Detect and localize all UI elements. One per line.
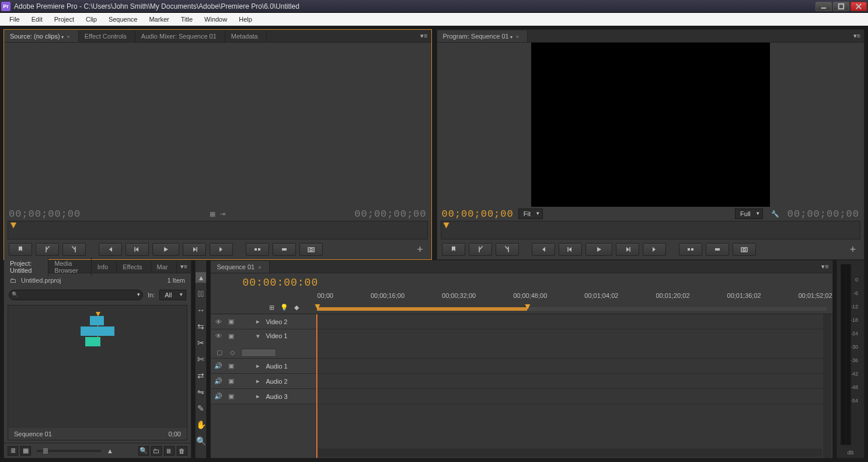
- source-tab-2[interactable]: Audio Mixer: Sequence 01: [135, 30, 225, 42]
- quality-select[interactable]: Full: [735, 209, 763, 219]
- project-tab-1[interactable]: Media Browser: [48, 258, 91, 276]
- selection-tool[interactable]: ▴: [196, 272, 206, 283]
- wrench-icon[interactable]: 🔧: [768, 210, 783, 218]
- extract-button[interactable]: [706, 243, 729, 256]
- toggle-icon[interactable]: 🔊: [214, 392, 222, 400]
- expand-icon[interactable]: ▸: [256, 377, 260, 385]
- source-tab-0[interactable]: Source: (no clips)▾×: [4, 30, 79, 42]
- go-out-button[interactable]: [643, 243, 666, 256]
- hand-tool[interactable]: ✋: [196, 419, 206, 430]
- menu-help[interactable]: Help: [233, 14, 258, 25]
- track-head-audio-1[interactable]: 🔊▣▸Audio 1: [211, 359, 316, 374]
- track-label[interactable]: Video 2: [266, 318, 287, 325]
- find-button[interactable]: 🔍: [138, 446, 149, 456]
- sort-icon[interactable]: ▲: [107, 447, 113, 454]
- new-bin-button[interactable]: 🗀: [151, 446, 162, 456]
- insert-button[interactable]: [246, 243, 269, 256]
- program-scrubber[interactable]: [441, 221, 861, 239]
- work-area-bar[interactable]: [317, 307, 826, 311]
- track-head-video-1[interactable]: 👁▣▾Video 1▢◇: [211, 329, 316, 359]
- close-icon[interactable]: ×: [516, 34, 519, 40]
- mark-out-button[interactable]: [496, 243, 519, 256]
- pen-tool[interactable]: ✎: [196, 403, 206, 414]
- in-select[interactable]: All: [159, 290, 186, 300]
- panel-menu-icon[interactable]: ▾≡: [417, 32, 431, 40]
- program-tab[interactable]: Program: Sequence 01▾×: [437, 30, 528, 42]
- track-head-video-2[interactable]: 👁▣▸Video 2: [211, 314, 316, 329]
- program-tc-in[interactable]: 00;00;00;00: [442, 209, 514, 220]
- chevron-down-icon[interactable]: ▾: [510, 34, 513, 40]
- track-label[interactable]: Audio 2: [266, 378, 287, 385]
- bulb-icon[interactable]: 💡: [280, 304, 288, 311]
- track-head-audio-2[interactable]: 🔊▣▸Audio 2: [211, 374, 316, 389]
- program-viewer[interactable]: [437, 43, 864, 207]
- panel-menu-icon[interactable]: ▾≡: [177, 263, 191, 270]
- panel-menu-icon[interactable]: ▾≡: [818, 263, 832, 270]
- lock-icon[interactable]: ▣: [227, 332, 235, 340]
- menu-clip[interactable]: Clip: [80, 14, 103, 25]
- menu-edit[interactable]: Edit: [26, 14, 48, 25]
- icon-view-button[interactable]: ▦: [20, 446, 31, 456]
- marker-icon[interactable]: ◆: [294, 304, 299, 311]
- razor-tool[interactable]: ✄: [196, 354, 206, 364]
- sequence-name[interactable]: Sequence 01: [14, 430, 52, 437]
- menu-project[interactable]: Project: [48, 14, 80, 25]
- track-label[interactable]: Audio 3: [266, 393, 287, 400]
- program-tc-out[interactable]: 00;00;00;00: [787, 209, 859, 220]
- add-button[interactable]: +: [414, 243, 427, 256]
- toggle-icon[interactable]: 🔊: [214, 377, 222, 385]
- source-tab-3[interactable]: Metadata: [225, 30, 267, 42]
- panel-menu-icon[interactable]: ▾≡: [850, 32, 864, 40]
- menu-title[interactable]: Title: [175, 14, 198, 25]
- lock-icon[interactable]: ▣: [227, 362, 235, 370]
- mark-in-button[interactable]: [36, 243, 59, 256]
- time-ruler[interactable]: 00;0000;00;16;0000;00;32;0000;00;48;0000…: [211, 290, 832, 301]
- toggle-icon[interactable]: 👁: [214, 332, 222, 339]
- track-label[interactable]: Video 1: [266, 332, 287, 339]
- still-icon[interactable]: ▦: [210, 210, 215, 218]
- menu-window[interactable]: Window: [198, 14, 233, 25]
- source-tab-1[interactable]: Effect Controls: [79, 30, 135, 42]
- track-label[interactable]: Audio 1: [266, 363, 287, 370]
- source-viewer[interactable]: [4, 43, 431, 207]
- lift-button[interactable]: [679, 243, 702, 256]
- play-button[interactable]: [152, 243, 179, 256]
- slip-tool[interactable]: ⇄: [196, 370, 206, 381]
- project-tab-2[interactable]: Info: [92, 261, 117, 273]
- timeline-tab[interactable]: Sequence 01×: [211, 261, 270, 273]
- sequence-thumbnail[interactable]: [77, 316, 118, 357]
- project-bin[interactable]: Sequence 01 0;00: [8, 305, 187, 440]
- go-in-button[interactable]: [99, 243, 122, 256]
- go-in-button[interactable]: [532, 243, 555, 256]
- project-tab-4[interactable]: Mar: [151, 261, 177, 273]
- thumb-size-slider[interactable]: [37, 450, 101, 452]
- source-scrubber[interactable]: [8, 221, 428, 239]
- add-button[interactable]: +: [846, 243, 859, 256]
- rate-tool[interactable]: ✂: [196, 338, 206, 348]
- expand-icon[interactable]: ▸: [256, 362, 260, 370]
- lock-icon[interactable]: ▣: [227, 318, 235, 325]
- opacity-slider[interactable]: [241, 349, 276, 357]
- project-tab-0[interactable]: Project: Untitled: [4, 258, 48, 276]
- ripple-tool[interactable]: ↔: [196, 305, 206, 315]
- playhead-icon[interactable]: [444, 223, 449, 228]
- maximize-button[interactable]: [833, 2, 849, 11]
- rolling-tool[interactable]: ⇆: [196, 321, 206, 332]
- delete-button[interactable]: 🗑: [177, 446, 187, 456]
- toggle-icon[interactable]: 🔊: [214, 362, 222, 370]
- export-frame-button[interactable]: [299, 243, 323, 256]
- timeline-tc[interactable]: 00:00:00:00: [242, 277, 318, 289]
- track-select-tool[interactable]: �⃞: [196, 289, 206, 299]
- source-tc-out[interactable]: 00;00;00;00: [354, 209, 426, 220]
- playhead-icon[interactable]: [11, 223, 16, 228]
- timeline-scrollbar-h[interactable]: [318, 449, 821, 457]
- toggle-icon[interactable]: 👁: [214, 318, 222, 325]
- expand-icon[interactable]: ▾: [256, 332, 260, 340]
- chevron-down-icon[interactable]: ▾: [61, 34, 64, 40]
- track-head-audio-3[interactable]: 🔊▣▸Audio 3: [211, 389, 316, 404]
- menu-sequence[interactable]: Sequence: [103, 14, 144, 25]
- insert-icon[interactable]: ⇥: [220, 210, 225, 218]
- new-item-button[interactable]: 🗎: [164, 446, 175, 456]
- step-back-button[interactable]: [559, 243, 582, 256]
- menu-marker[interactable]: Marker: [143, 14, 175, 25]
